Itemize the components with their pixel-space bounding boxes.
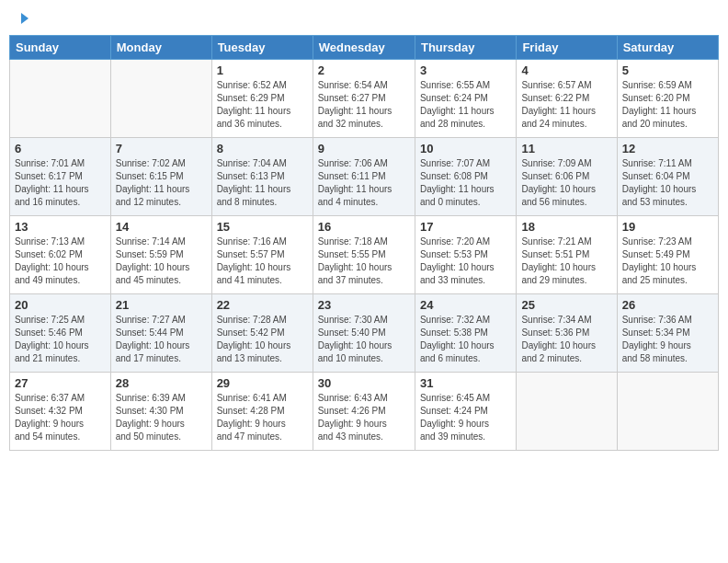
day-info: Sunrise: 7:30 AM Sunset: 5:40 PM Dayligh… [318, 314, 410, 365]
calendar-cell: 14Sunrise: 7:14 AM Sunset: 5:59 PM Dayli… [110, 216, 211, 294]
day-number: 23 [318, 298, 410, 312]
day-info: Sunrise: 6:52 AM Sunset: 6:29 PM Dayligh… [217, 79, 308, 131]
day-number: 24 [420, 298, 511, 312]
day-info: Sunrise: 6:41 AM Sunset: 4:28 PM Dayligh… [217, 392, 308, 443]
day-number: 11 [521, 142, 611, 155]
weekday-header-monday: Monday [110, 36, 211, 60]
day-number: 21 [116, 298, 207, 312]
calendar-cell: 3Sunrise: 6:55 AM Sunset: 6:24 PM Daylig… [415, 60, 516, 138]
logo [15, 13, 30, 24]
day-info: Sunrise: 7:28 AM Sunset: 5:42 PM Dayligh… [217, 314, 308, 365]
day-number: 22 [217, 298, 308, 312]
day-number: 18 [521, 220, 611, 234]
calendar-cell: 8Sunrise: 7:04 AM Sunset: 6:13 PM Daylig… [211, 138, 313, 216]
day-number: 9 [318, 142, 410, 155]
calendar-week-row: 1Sunrise: 6:52 AM Sunset: 6:29 PM Daylig… [10, 60, 719, 138]
calendar-cell: 24Sunrise: 7:32 AM Sunset: 5:38 PM Dayli… [415, 294, 516, 373]
calendar-cell: 7Sunrise: 7:02 AM Sunset: 6:15 PM Daylig… [110, 138, 211, 216]
calendar-cell: 10Sunrise: 7:07 AM Sunset: 6:08 PM Dayli… [415, 138, 516, 216]
weekday-header-sunday: Sunday [10, 36, 111, 60]
day-info: Sunrise: 6:45 AM Sunset: 4:24 PM Dayligh… [420, 392, 511, 443]
day-number: 16 [318, 220, 410, 234]
calendar-cell: 23Sunrise: 7:30 AM Sunset: 5:40 PM Dayli… [313, 294, 415, 373]
weekday-header-wednesday: Wednesday [313, 36, 415, 60]
day-info: Sunrise: 7:25 AM Sunset: 5:46 PM Dayligh… [15, 314, 106, 365]
page-header [9, 9, 719, 28]
day-number: 26 [622, 298, 713, 312]
day-info: Sunrise: 6:59 AM Sunset: 6:20 PM Dayligh… [622, 79, 713, 131]
calendar-cell: 2Sunrise: 6:54 AM Sunset: 6:27 PM Daylig… [313, 60, 415, 138]
day-info: Sunrise: 7:04 AM Sunset: 6:13 PM Dayligh… [217, 157, 308, 209]
calendar-cell [10, 60, 111, 138]
weekday-header-saturday: Saturday [617, 36, 718, 60]
calendar-cell: 27Sunrise: 6:37 AM Sunset: 4:32 PM Dayli… [10, 373, 111, 451]
calendar-cell: 6Sunrise: 7:01 AM Sunset: 6:17 PM Daylig… [10, 138, 111, 216]
calendar-cell: 28Sunrise: 6:39 AM Sunset: 4:30 PM Dayli… [110, 373, 211, 451]
calendar-week-row: 27Sunrise: 6:37 AM Sunset: 4:32 PM Dayli… [10, 373, 719, 451]
calendar-week-row: 13Sunrise: 7:13 AM Sunset: 6:02 PM Dayli… [10, 216, 719, 294]
calendar-header-row: SundayMondayTuesdayWednesdayThursdayFrid… [10, 36, 719, 60]
day-number: 20 [15, 298, 106, 312]
day-number: 1 [217, 63, 308, 77]
day-info: Sunrise: 7:18 AM Sunset: 5:55 PM Dayligh… [318, 236, 410, 287]
day-number: 5 [622, 63, 713, 77]
day-number: 12 [622, 142, 713, 155]
calendar-cell: 16Sunrise: 7:18 AM Sunset: 5:55 PM Dayli… [313, 216, 415, 294]
day-number: 2 [318, 63, 410, 77]
weekday-header-thursday: Thursday [415, 36, 516, 60]
calendar-cell: 18Sunrise: 7:21 AM Sunset: 5:51 PM Dayli… [517, 216, 617, 294]
day-number: 25 [521, 298, 611, 312]
day-info: Sunrise: 7:21 AM Sunset: 5:51 PM Dayligh… [521, 236, 611, 287]
calendar-cell: 22Sunrise: 7:28 AM Sunset: 5:42 PM Dayli… [211, 294, 313, 373]
day-info: Sunrise: 6:37 AM Sunset: 4:32 PM Dayligh… [15, 392, 106, 443]
day-number: 17 [420, 220, 511, 234]
day-number: 30 [318, 376, 410, 390]
day-info: Sunrise: 6:43 AM Sunset: 4:26 PM Dayligh… [318, 392, 410, 443]
calendar-cell: 21Sunrise: 7:27 AM Sunset: 5:44 PM Dayli… [110, 294, 211, 373]
calendar-cell: 9Sunrise: 7:06 AM Sunset: 6:11 PM Daylig… [313, 138, 415, 216]
day-number: 29 [217, 376, 308, 390]
day-info: Sunrise: 7:09 AM Sunset: 6:06 PM Dayligh… [521, 157, 611, 209]
day-number: 15 [217, 220, 308, 234]
day-info: Sunrise: 7:20 AM Sunset: 5:53 PM Dayligh… [420, 236, 511, 287]
day-number: 4 [521, 63, 611, 77]
day-info: Sunrise: 7:34 AM Sunset: 5:36 PM Dayligh… [521, 314, 611, 365]
calendar-cell [517, 373, 617, 451]
calendar-cell: 31Sunrise: 6:45 AM Sunset: 4:24 PM Dayli… [415, 373, 516, 451]
calendar-week-row: 20Sunrise: 7:25 AM Sunset: 5:46 PM Dayli… [10, 294, 719, 373]
day-info: Sunrise: 7:27 AM Sunset: 5:44 PM Dayligh… [116, 314, 207, 365]
weekday-header-friday: Friday [517, 36, 617, 60]
day-number: 19 [622, 220, 713, 234]
day-number: 27 [15, 376, 106, 390]
day-info: Sunrise: 7:11 AM Sunset: 6:04 PM Dayligh… [622, 157, 713, 209]
calendar-week-row: 6Sunrise: 7:01 AM Sunset: 6:17 PM Daylig… [10, 138, 719, 216]
calendar-cell: 26Sunrise: 7:36 AM Sunset: 5:34 PM Dayli… [617, 294, 718, 373]
day-info: Sunrise: 7:13 AM Sunset: 6:02 PM Dayligh… [15, 236, 106, 287]
calendar-cell: 29Sunrise: 6:41 AM Sunset: 4:28 PM Dayli… [211, 373, 313, 451]
day-number: 7 [116, 142, 207, 155]
logo-arrow-icon [16, 11, 30, 26]
calendar-cell: 11Sunrise: 7:09 AM Sunset: 6:06 PM Dayli… [517, 138, 617, 216]
calendar-cell [110, 60, 211, 138]
day-info: Sunrise: 6:55 AM Sunset: 6:24 PM Dayligh… [420, 79, 511, 131]
day-number: 13 [15, 220, 106, 234]
calendar-cell: 19Sunrise: 7:23 AM Sunset: 5:49 PM Dayli… [617, 216, 718, 294]
day-info: Sunrise: 7:32 AM Sunset: 5:38 PM Dayligh… [420, 314, 511, 365]
day-info: Sunrise: 7:16 AM Sunset: 5:57 PM Dayligh… [217, 236, 308, 287]
calendar-cell: 25Sunrise: 7:34 AM Sunset: 5:36 PM Dayli… [517, 294, 617, 373]
calendar-table: SundayMondayTuesdayWednesdayThursdayFrid… [9, 35, 719, 451]
day-number: 6 [15, 142, 106, 155]
calendar-cell: 13Sunrise: 7:13 AM Sunset: 6:02 PM Dayli… [10, 216, 111, 294]
calendar-cell [617, 373, 718, 451]
calendar-cell: 5Sunrise: 6:59 AM Sunset: 6:20 PM Daylig… [617, 60, 718, 138]
day-number: 10 [420, 142, 511, 155]
calendar-cell: 17Sunrise: 7:20 AM Sunset: 5:53 PM Dayli… [415, 216, 516, 294]
calendar-cell: 20Sunrise: 7:25 AM Sunset: 5:46 PM Dayli… [10, 294, 111, 373]
day-info: Sunrise: 7:01 AM Sunset: 6:17 PM Dayligh… [15, 157, 106, 209]
day-info: Sunrise: 7:06 AM Sunset: 6:11 PM Dayligh… [318, 157, 410, 209]
calendar-cell: 12Sunrise: 7:11 AM Sunset: 6:04 PM Dayli… [617, 138, 718, 216]
day-info: Sunrise: 7:36 AM Sunset: 5:34 PM Dayligh… [622, 314, 713, 365]
day-number: 31 [420, 376, 511, 390]
day-number: 28 [116, 376, 207, 390]
day-number: 14 [116, 220, 207, 234]
